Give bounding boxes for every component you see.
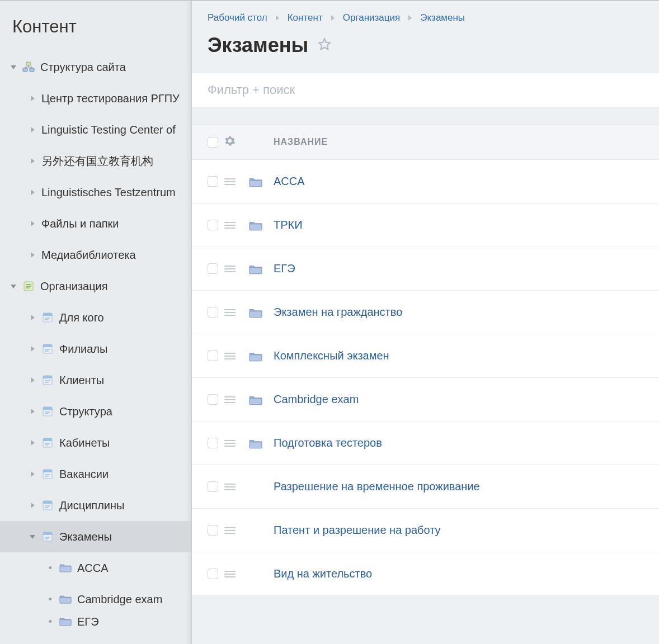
page-icon <box>22 281 35 292</box>
row-name-link[interactable]: Патент и разрешение на работу <box>274 524 441 537</box>
drag-handle-icon[interactable] <box>224 571 249 577</box>
svg-rect-42 <box>43 470 52 472</box>
chevron-right-icon <box>275 12 280 23</box>
tree: Структура сайта Центр тестирования РГПУ … <box>0 51 191 628</box>
svg-marker-40 <box>31 471 35 477</box>
drag-handle-icon[interactable] <box>224 266 249 272</box>
tree-item-exams[interactable]: Экзамены <box>0 521 191 552</box>
svg-rect-37 <box>43 438 52 441</box>
row-checkbox[interactable] <box>208 176 218 187</box>
row-checkbox[interactable] <box>208 394 218 405</box>
folder-icon <box>249 220 274 231</box>
svg-rect-2 <box>23 68 27 72</box>
row-name-link[interactable]: Cambridge exam <box>274 393 359 406</box>
tree-group-site-structure[interactable]: Структура сайта <box>0 51 191 83</box>
drag-handle-icon[interactable] <box>224 396 249 403</box>
row-checkbox[interactable] <box>208 263 218 274</box>
row-name-link[interactable]: ЕГЭ <box>274 262 295 275</box>
tree-item[interactable]: • ACCA <box>0 552 191 584</box>
tree-label: Cambridge exam <box>77 593 162 606</box>
drag-handle-icon[interactable] <box>224 527 249 534</box>
favorite-star-button[interactable] <box>317 37 332 54</box>
breadcrumb-item[interactable]: Контент <box>288 12 323 23</box>
svg-marker-9 <box>31 252 35 258</box>
row-name-link[interactable]: Экзамен на гражданство <box>274 306 402 319</box>
tree-item[interactable]: Для кого <box>0 302 191 333</box>
tree-label: 另外还有国立教育机构 <box>41 154 153 169</box>
tree-item[interactable]: • ЕГЭ <box>0 615 191 628</box>
row-name-link[interactable]: ТРКИ <box>274 219 303 231</box>
breadcrumb-item[interactable]: Экзамены <box>420 12 465 23</box>
folder-icon <box>59 562 72 574</box>
tree-item[interactable]: Медиабиблиотека <box>0 239 191 271</box>
tree-label: Структура <box>59 405 112 418</box>
chevron-right-icon <box>29 377 36 383</box>
row-checkbox[interactable] <box>208 220 218 230</box>
row-name-link[interactable]: Разрешение на временное проживание <box>274 480 480 493</box>
chevron-right-icon <box>29 220 36 227</box>
svg-rect-52 <box>43 532 52 535</box>
chevron-down-icon <box>29 533 36 540</box>
svg-marker-15 <box>31 315 35 320</box>
tree-item[interactable]: 另外还有国立教育机构 <box>0 145 191 177</box>
breadcrumb-item[interactable]: Рабочий стол <box>208 12 267 23</box>
row-checkbox[interactable] <box>208 525 218 536</box>
tree-item[interactable]: • Cambridge exam <box>0 584 191 615</box>
tree-item[interactable]: Центр тестирования РГПУ <box>0 83 191 114</box>
drag-handle-icon[interactable] <box>224 309 249 316</box>
tree-item[interactable]: Кабинеты <box>0 427 191 458</box>
folder-icon <box>249 176 274 187</box>
sidebar: Контент Структура сайта Центр тестирован… <box>0 1 192 644</box>
grid-body: ACCAТРКИЕГЭЭкзамен на гражданствоКомплек… <box>192 160 659 596</box>
tree-item[interactable]: Linguistisches Testzentrum <box>0 177 191 208</box>
bullet-icon: • <box>47 563 54 573</box>
drag-handle-icon[interactable] <box>224 440 249 447</box>
tree-item[interactable]: Структура <box>0 396 191 427</box>
svg-rect-1 <box>26 62 31 65</box>
svg-marker-4 <box>31 96 35 101</box>
sitemap-icon <box>22 61 35 73</box>
column-header-name[interactable]: НАЗВАНИЕ <box>274 137 328 146</box>
row-name-link[interactable]: Вид на жительство <box>274 567 372 580</box>
doc-icon <box>41 406 54 417</box>
svg-marker-35 <box>31 440 35 446</box>
grid-row: ТРКИ <box>192 203 659 247</box>
svg-marker-5 <box>31 127 35 132</box>
chevron-right-icon <box>29 158 36 164</box>
doc-icon <box>41 468 54 480</box>
drag-handle-icon[interactable] <box>224 178 249 185</box>
drag-handle-icon[interactable] <box>224 484 249 490</box>
sidebar-title: Контент <box>0 12 191 51</box>
grid-row: ACCA <box>192 160 659 203</box>
row-checkbox[interactable] <box>208 569 218 579</box>
row-checkbox[interactable] <box>208 307 218 318</box>
filter-search-input[interactable] <box>208 83 643 97</box>
row-checkbox[interactable] <box>208 438 218 448</box>
chevron-down-icon <box>10 64 17 70</box>
row-checkbox[interactable] <box>208 351 218 361</box>
breadcrumb-item[interactable]: Организация <box>343 12 401 23</box>
row-name-link[interactable]: Подготовка тестеров <box>274 437 382 449</box>
tree-item[interactable]: Файлы и папки <box>0 208 191 239</box>
tree-item[interactable]: Клиенты <box>0 364 191 396</box>
tree-group-organization[interactable]: Организация <box>0 271 191 302</box>
drag-handle-icon[interactable] <box>224 222 249 229</box>
row-checkbox[interactable] <box>208 481 218 492</box>
tree-item[interactable]: Linguistic Testing Center of <box>0 114 191 145</box>
tree-item[interactable]: Вакансии <box>0 458 191 490</box>
tree-label: Центр тестирования РГПУ <box>41 92 180 105</box>
drag-handle-icon[interactable] <box>224 353 249 359</box>
tree-label: Дисциплины <box>59 499 124 512</box>
tree-item[interactable]: Филиалы <box>0 333 191 364</box>
bullet-icon: • <box>47 594 54 604</box>
grid: НАЗВАНИЕ ACCAТРКИЕГЭЭкзамен на гражданст… <box>192 124 659 596</box>
svg-rect-17 <box>43 313 52 316</box>
tree-label: Организация <box>40 280 108 293</box>
tree-label: Linguistisches Testzentrum <box>41 186 176 199</box>
select-all-checkbox[interactable] <box>208 137 218 148</box>
tree-label: Для кого <box>59 311 104 324</box>
gear-icon[interactable] <box>224 135 236 149</box>
row-name-link[interactable]: ACCA <box>274 175 305 188</box>
tree-item[interactable]: Дисциплины <box>0 490 191 521</box>
row-name-link[interactable]: Комплексный экзамен <box>274 349 389 362</box>
